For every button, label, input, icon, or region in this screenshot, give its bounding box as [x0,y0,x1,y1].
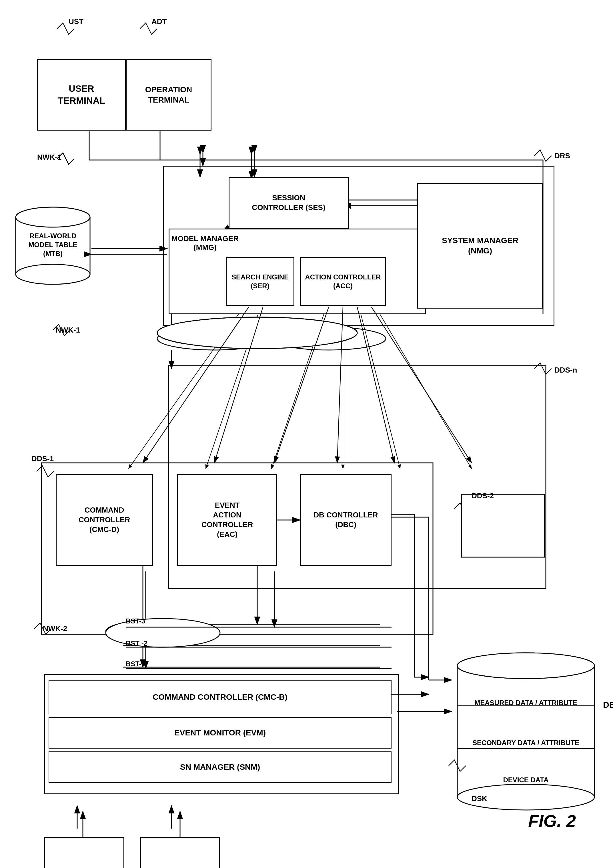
svg-line-57 [143,307,248,463]
svg-point-47 [16,264,90,284]
dsk-label: DSK [472,794,487,803]
svg-line-62 [371,307,472,463]
svg-point-23 [272,327,386,350]
command-controller-d-box: COMMANDCONTROLLER(CMC-D) [56,474,153,566]
nwk1-mid-label: NWK-1 [56,326,80,335]
adt-label: ADT [152,17,167,26]
svg-point-32 [106,620,209,643]
db-controller-box: DB CONTROLLER(DBC) [300,474,391,566]
diagram-container: UST ADT USERTERMINAL OPERATIONTERMINAL D… [0,0,613,868]
model-manager-label: MODEL MANAGER(MMG) [171,234,239,252]
msn-box: MSN [140,837,220,868]
user-terminal-box: USERTERMINAL [37,59,126,130]
search-engine-box: SEARCH ENGINE(SER) [226,257,294,306]
dds2-box-content [462,495,543,556]
nwk2-label: NWK-2 [43,624,67,633]
nwk1-top-label: NWK-1 [37,153,61,162]
system-manager-box: SYSTEM MANAGER(NMG) [417,183,543,308]
secondary-data-label: SECONDARY DATA / ATTRIBUTE [459,724,593,761]
real-world-model-cylinder: REAL-WORLDMODEL TABLE(MTB) [14,206,92,286]
db-cylinder: MEASURED DATA / ATTRIBUTE SECONDARY DATA… [455,651,597,811]
svg-line-60 [337,307,343,463]
ust-label: UST [68,17,84,26]
command-controller-b-box: COMMAND CONTROLLER (CMC-B) [48,680,391,714]
figure-label: FIG. 2 [528,811,576,831]
bst2-label: BST -2 [126,639,147,648]
sn-manager-box: SN MANAGER (SNM) [48,752,391,783]
event-monitor-box: EVENT MONITOR (EVM) [48,717,391,749]
svg-point-63 [106,618,220,647]
measured-data-label: MEASURED DATA / ATTRIBUTE [459,683,593,723]
svg-line-61 [357,307,394,463]
drs-label: DRS [554,152,570,160]
event-action-controller-box: EVENTACTIONCONTROLLER(EAC) [177,474,277,566]
dds1-label: DDS-1 [31,454,54,463]
wsn-box: WSN [44,837,124,868]
svg-line-58 [214,307,263,463]
svg-line-59 [274,307,329,463]
ddsn-label: DDS-n [554,366,577,375]
svg-point-48 [16,207,90,227]
operation-terminal-box: OPERATIONTERMINAL [126,59,211,130]
svg-point-22 [157,327,272,350]
device-data-label: DEVICE DATA [459,763,593,797]
svg-point-87 [457,653,594,679]
db-label: DB [603,700,613,710]
bst1-label: BST-1 [126,660,145,668]
action-controller-box: ACTION CONTROLLER(ACC) [300,257,386,306]
session-controller-box: SESSIONCONTROLLER (SES) [229,177,349,229]
bst3-label: BST-3 [126,617,145,625]
